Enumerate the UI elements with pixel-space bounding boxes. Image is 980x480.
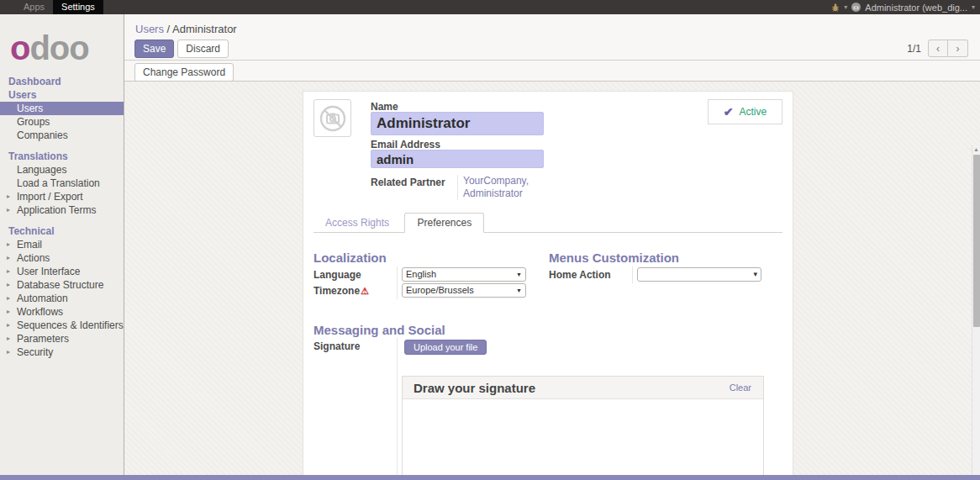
localization-section-title: Localization [313, 251, 387, 265]
sidebar-item-actions[interactable]: ▸Actions [0, 251, 124, 265]
upload-file-button[interactable]: Upload your file [404, 340, 487, 355]
sidebar-item-import-export[interactable]: ▸Import / Export [0, 190, 124, 203]
sidebar-item-parameters[interactable]: ▸Parameters [0, 332, 124, 345]
signature-label: Signature [313, 340, 360, 352]
related-partner-link[interactable]: YourCompany, Administrator [457, 175, 529, 200]
change-password-button[interactable]: Change Password [134, 63, 234, 82]
sidebar-item-security[interactable]: ▸Security [0, 345, 124, 359]
user-menu[interactable]: Administrator (web_dig... [865, 3, 967, 13]
chevron-right-icon: ▸ [7, 251, 10, 265]
form-view-area: Name Email Address Related Partner YourC… [124, 82, 980, 480]
sidebar-item-label: Security [17, 346, 53, 358]
language-value: English [406, 268, 436, 281]
select-arrow-icon: ▼ [516, 284, 522, 297]
language-select[interactable]: English ▼ [402, 267, 526, 282]
sidebar-item-label: Import / Export [17, 191, 83, 203]
pager-next-button[interactable]: › [948, 40, 968, 57]
signature-canvas[interactable] [403, 399, 763, 480]
sidebar-item-label: Actions [17, 252, 50, 264]
discard-button[interactable]: Discard [177, 40, 229, 58]
timezone-select[interactable]: Europe/Brussels ▼ [402, 283, 526, 298]
timezone-value: Europe/Brussels [406, 284, 474, 297]
chevron-right-icon: ▸ [7, 345, 10, 359]
sidebar-item-sequences-identifiers[interactable]: ▸Sequences & Identifiers [0, 319, 124, 332]
user-image-field[interactable] [313, 99, 351, 137]
sidebar-item-database-structure[interactable]: ▸Database Structure [0, 278, 124, 292]
select-arrow-icon: ▼ [516, 268, 522, 281]
clear-signature-button[interactable]: Clear [730, 382, 751, 393]
breadcrumb-separator: / [167, 23, 171, 35]
chevron-right-icon: ▸ [7, 190, 10, 203]
sidebar-item-automation[interactable]: ▸Automation [0, 292, 124, 305]
sidebar-item-label: Email [17, 239, 42, 251]
scrollbar-thumb[interactable] [973, 155, 980, 327]
chevron-right-icon: ▸ [7, 265, 10, 278]
notebook-tabs: Access Rights Preferences [313, 213, 782, 233]
home-action-label: Home Action [549, 269, 611, 281]
chevron-right-icon: ▸ [7, 292, 10, 305]
debug-bug-icon[interactable] [831, 3, 840, 12]
signature-field-separator [397, 338, 398, 480]
odoo-logo: odoo [10, 28, 124, 68]
sidebar-section-technical[interactable]: Technical [0, 224, 124, 238]
sidebar-nav: Dashboard Users Users Groups Companies T… [0, 75, 124, 359]
sidebar-item-label: Application Terms [17, 204, 97, 216]
home-action-input[interactable]: ▾ [637, 267, 761, 282]
form-sheet: Name Email Address Related Partner YourC… [303, 91, 793, 480]
sidebar-item-groups[interactable]: Groups [0, 115, 124, 129]
breadcrumb: Users / Administrator [135, 23, 237, 35]
app-menu: Apps Settings [15, 0, 103, 14]
active-stat-button[interactable]: ✔ Active [708, 99, 782, 124]
sidebar-item-label: User Interface [17, 266, 80, 277]
sidebar-item-companies[interactable]: Companies [0, 129, 124, 142]
no-image-placeholder-icon [318, 103, 348, 134]
email-field-label: Email Address [371, 139, 440, 150]
tab-access-rights[interactable]: Access Rights [313, 214, 401, 234]
scroll-up-button[interactable]: ▲ [972, 145, 980, 154]
sidebar-item-languages[interactable]: Languages [0, 163, 124, 177]
form-buttons: Save Discard [134, 40, 229, 58]
chevron-right-icon: ▸ [7, 203, 10, 217]
menu-apps[interactable]: Apps [15, 0, 53, 14]
top-menubar: Apps Settings ▾ Administrator (web_dig..… [0, 0, 980, 14]
language-label: Language [313, 269, 361, 281]
menu-settings[interactable]: Settings [53, 0, 103, 14]
user-avatar[interactable] [851, 3, 861, 12]
chevron-right-icon: ▸ [7, 278, 10, 292]
sidebar-item-label: Sequences & Identifiers [17, 319, 124, 331]
dropdown-caret-icon: ▾ [753, 268, 757, 281]
related-partner-label: Related Partner [371, 177, 445, 188]
sidebar-section-users[interactable]: Users [0, 88, 124, 102]
sidebar-section-translations[interactable]: Translations [0, 150, 124, 163]
email-input[interactable] [371, 150, 544, 168]
active-label: Active [740, 106, 767, 118]
settings-sidebar: odoo Dashboard Users Users Groups Compan… [0, 14, 124, 480]
breadcrumb-users-link[interactable]: Users [135, 23, 164, 35]
logo-first-letter: o [10, 29, 29, 66]
pager-counter: 1/1 [907, 43, 921, 55]
sidebar-item-application-terms[interactable]: ▸Application Terms [0, 203, 124, 217]
logo-rest: doo [29, 29, 88, 66]
signature-panel-title: Draw your signature [414, 381, 535, 395]
name-input[interactable] [371, 112, 544, 135]
check-icon: ✔ [724, 105, 734, 119]
save-button[interactable]: Save [134, 40, 174, 58]
pager-previous-button[interactable]: ‹ [928, 40, 948, 57]
sidebar-item-label: Database Structure [17, 279, 103, 291]
timezone-label-text: Timezone [313, 285, 360, 297]
tab-preferences[interactable]: Preferences [404, 213, 484, 233]
chevron-right-icon: ▸ [7, 238, 10, 251]
vertical-scrollbar[interactable]: ▲ [972, 145, 980, 480]
sidebar-item-label: Automation [17, 293, 68, 304]
sidebar-item-users[interactable]: Users [0, 102, 124, 115]
systray-caret-icon[interactable]: ▾ [844, 3, 847, 11]
messaging-section-title: Messaging and Social [313, 323, 445, 337]
sidebar-item-email[interactable]: ▸Email [0, 238, 124, 251]
signature-panel-header: Draw your signature Clear [403, 377, 763, 399]
sidebar-item-workflows[interactable]: ▸Workflows [0, 305, 124, 319]
sidebar-item-user-interface[interactable]: ▸User Interface [0, 265, 124, 278]
sidebar-item-load-a-translation[interactable]: Load a Translation [0, 177, 124, 190]
sidebar-item-label: Workflows [17, 306, 63, 318]
sidebar-item-dashboard[interactable]: Dashboard [0, 75, 124, 88]
user-menu-caret-icon[interactable]: ▾ [972, 3, 975, 11]
